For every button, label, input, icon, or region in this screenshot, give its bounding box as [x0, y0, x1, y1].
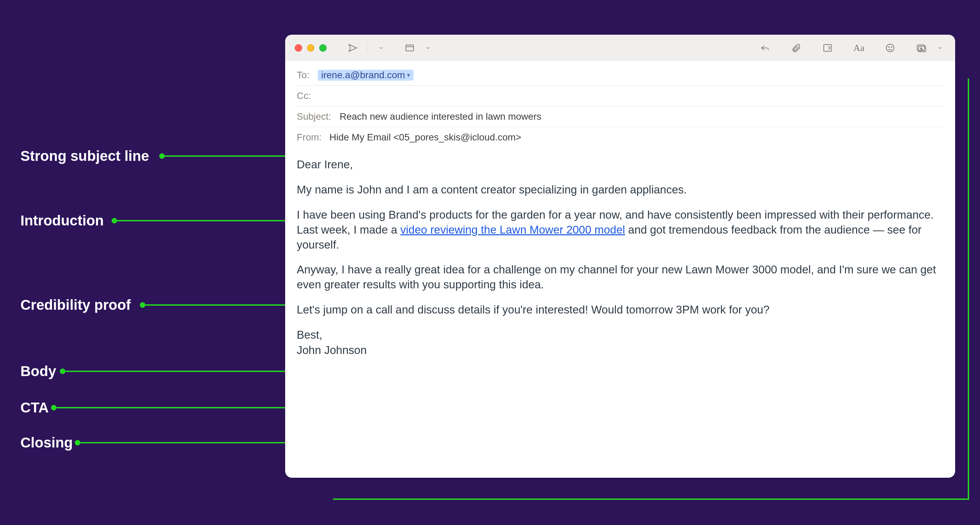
- svg-point-8: [920, 48, 922, 49]
- svg-point-5: [891, 47, 892, 47]
- markup-icon[interactable]: [822, 42, 833, 54]
- decorative-frame: [968, 78, 969, 500]
- cc-field-row[interactable]: Cc:: [297, 86, 943, 106]
- annotation-body: Body: [21, 363, 56, 379]
- attachment-icon[interactable]: [791, 42, 802, 54]
- annotation-credibility: Credibility proof: [21, 297, 130, 313]
- annot-dot: [140, 302, 145, 308]
- credibility-paragraph: I have been using Brand's products for t…: [297, 208, 943, 252]
- from-field-row[interactable]: From: Hide My Email <05_pores_skis@iclou…: [297, 127, 943, 148]
- annot-line: [117, 220, 285, 221]
- to-recipient-chip[interactable]: irene.a@brand.com ▾: [318, 70, 414, 81]
- body-paragraph: Anyway, I have a really great idea for a…: [297, 262, 943, 292]
- send-icon[interactable]: [347, 42, 359, 54]
- cc-label: Cc:: [297, 90, 312, 102]
- close-button[interactable]: [295, 44, 302, 52]
- emoji-icon[interactable]: [885, 42, 896, 54]
- toolbar-separator: [367, 43, 367, 53]
- header-fields: To: irene.a@brand.com ▾ Cc: Subject: Rea…: [285, 61, 955, 148]
- annot-line: [56, 407, 285, 408]
- chevron-down-icon[interactable]: [375, 42, 387, 54]
- signature-name: John Johnson: [297, 343, 943, 358]
- titlebar: Aa: [285, 35, 955, 61]
- from-label: From:: [297, 132, 324, 143]
- to-recipient-value: irene.a@brand.com: [321, 70, 405, 81]
- chevron-down-icon[interactable]: [422, 42, 434, 54]
- video-link[interactable]: video reviewing the Lawn Mower 2000 mode…: [401, 224, 625, 236]
- maximize-button[interactable]: [319, 44, 327, 52]
- signature-salutation: Best,: [297, 327, 943, 343]
- annot-line: [165, 155, 285, 157]
- subject-field-row[interactable]: Subject: Reach new audience interested i…: [297, 106, 943, 127]
- email-body[interactable]: Dear Irene, My name is John and I am a c…: [285, 148, 955, 370]
- to-field-row[interactable]: To: irene.a@brand.com ▾: [297, 65, 943, 86]
- chevron-down-icon[interactable]: [934, 42, 946, 54]
- annot-line: [80, 442, 285, 443]
- cta-paragraph: Let's jump on a call and discuss details…: [297, 302, 943, 317]
- annot-line: [65, 371, 285, 372]
- intro-paragraph: My name is John and I am a content creat…: [297, 182, 943, 197]
- svg-rect-0: [406, 45, 414, 51]
- subject-label: Subject:: [297, 111, 334, 122]
- annotation-cta: CTA: [21, 400, 49, 416]
- stationery-icon[interactable]: [404, 42, 415, 54]
- minimize-button[interactable]: [307, 44, 314, 52]
- subject-value: Reach new audience interested in lawn mo…: [340, 111, 541, 122]
- annot-line: [145, 305, 285, 306]
- signature: Best, John Johnson: [297, 327, 943, 358]
- salutation: Dear Irene,: [297, 157, 943, 172]
- from-value: Hide My Email <05_pores_skis@icloud.com>: [329, 132, 521, 143]
- reply-icon[interactable]: [759, 42, 771, 54]
- annot-dot: [51, 405, 56, 411]
- annot-dot: [159, 153, 165, 159]
- chevron-down-icon[interactable]: ▾: [407, 71, 410, 79]
- annot-dot: [75, 440, 80, 446]
- svg-point-3: [886, 44, 894, 52]
- annot-dot: [111, 218, 117, 224]
- annotation-closing: Closing: [21, 435, 73, 451]
- annotation-intro: Introduction: [21, 213, 104, 229]
- annotation-subject: Strong subject line: [21, 148, 149, 164]
- compose-window: Aa To: irene.a@brand.com ▾ Cc: Subject: …: [285, 35, 955, 478]
- to-label: To:: [297, 70, 312, 81]
- format-text-icon[interactable]: Aa: [853, 42, 865, 54]
- photo-icon[interactable]: [916, 42, 927, 54]
- annot-dot: [60, 369, 65, 374]
- svg-point-4: [888, 47, 889, 47]
- window-controls[interactable]: [295, 44, 327, 52]
- decorative-frame: [333, 498, 969, 500]
